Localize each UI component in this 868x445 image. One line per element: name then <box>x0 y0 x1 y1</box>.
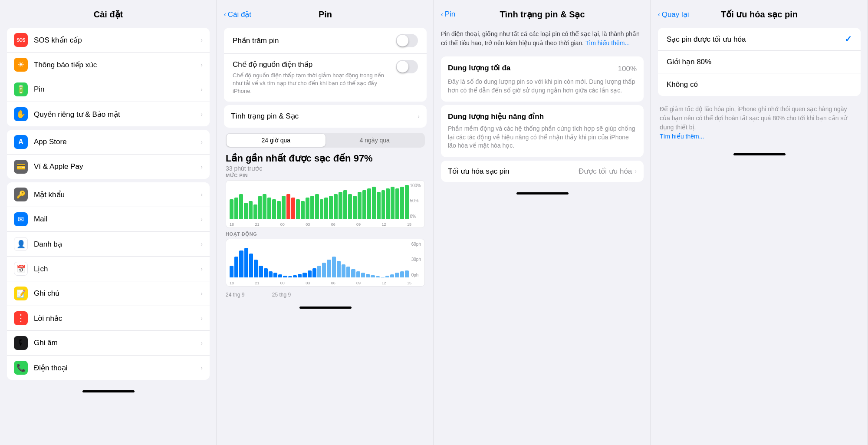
chevron-loinhac: › <box>201 315 203 322</box>
section-group-1: AApp Store›💳Ví & Apple Pay› <box>7 130 210 179</box>
panel3-intro-link[interactable]: Tìm hiểu thêm... <box>585 40 630 46</box>
chart-muc-pin-label: MỨC PIN <box>226 173 425 178</box>
phantram-toggle[interactable] <box>396 34 418 47</box>
row-sos[interactable]: SOSSOS khẩn cấp› <box>7 28 210 53</box>
panel3-header: ‹ Pin Tình trạng pin & Sạc <box>434 0 651 24</box>
recent-charge-time: 33 phút trước <box>226 165 425 172</box>
optimize-desc-link[interactable]: Tìm hiểu thêm... <box>660 133 704 140</box>
bar-muc-pin <box>324 198 328 219</box>
muc-pin-bars <box>230 183 421 219</box>
panel2-back-chevron: ‹ <box>224 11 226 18</box>
label-sos: SOS khẩn cấp <box>34 36 197 45</box>
chedonguon-row[interactable]: Chế độ nguồn điện thấp Chế độ nguồn điện… <box>224 54 427 102</box>
bar-muc-pin <box>386 188 390 219</box>
y-label-60ph: 60ph <box>411 242 421 247</box>
panel1-home-indicator <box>82 390 135 392</box>
bar-muc-pin <box>391 187 395 219</box>
chevron-ghichu: › <box>201 290 203 297</box>
panel4-home-indicator <box>733 153 786 155</box>
row-quyen[interactable]: ✋Quyền riêng tư & Bảo mật› <box>7 102 210 126</box>
tab-4days[interactable]: 4 ngày qua <box>326 134 424 147</box>
bar-hoat-dong <box>376 276 380 277</box>
panel2-header: ‹ Cài đặt Pin <box>217 0 434 24</box>
panel4-title: Tối ưu hóa sạc pin <box>721 9 798 20</box>
chedonguon-label: Chế độ nguồn điện thấp <box>233 60 391 69</box>
bar-hoat-dong <box>371 275 375 277</box>
bar-muc-pin <box>234 198 238 219</box>
row-danhba[interactable]: 👤Danh bạ› <box>7 232 210 257</box>
row-mail[interactable]: ✉Mail› <box>7 207 210 232</box>
bar-hoat-dong <box>351 269 355 277</box>
option-khong-co[interactable]: Không có <box>658 73 861 96</box>
row-appstore[interactable]: AApp Store› <box>7 130 210 155</box>
tab-24h[interactable]: 24 giờ qua <box>227 134 326 147</box>
option-sac-toi-uu[interactable]: Sạc pin được tối ưu hóa ✓ <box>658 28 861 51</box>
option-gioi-han-80-label: Giới hạn 80% <box>667 57 711 66</box>
row-loinhac[interactable]: ⋮Lời nhắc› <box>7 306 210 331</box>
panel3-bottom <box>434 185 651 203</box>
bar-muc-pin <box>381 190 385 219</box>
bar-hoat-dong <box>302 273 306 277</box>
bar-muc-pin <box>343 190 347 219</box>
y-label-0ph: 0ph <box>411 273 421 277</box>
row-thongbao[interactable]: ☀Thông báo tiếp xúc› <box>7 53 210 77</box>
y-label-30ph: 30ph <box>411 257 421 262</box>
bar-hoat-dong <box>249 254 253 277</box>
bar-hoat-dong <box>385 276 389 277</box>
icon-appstore: A <box>14 135 28 149</box>
row-lich[interactable]: 📅Lịch› <box>7 257 210 281</box>
bar-hoat-dong <box>361 273 365 277</box>
panel2-back-label: Cài đặt <box>228 10 251 19</box>
panel3-content: Pin điện thoại, giống như tất cả các loạ… <box>434 24 651 445</box>
toi-uu-row[interactable]: Tối ưu hóa sạc pin Được tối ưu hóa › <box>441 161 644 182</box>
panel4-back-chevron: ‹ <box>658 11 660 18</box>
panel2-content: Phần trăm pin Chế độ nguồn điện thấp Chế… <box>217 24 434 445</box>
bar-muc-pin <box>263 194 266 219</box>
panel2-back-button[interactable]: ‹ Cài đặt <box>224 10 251 19</box>
icon-ghiam: 🎙 <box>14 336 28 350</box>
chevron-appstore: › <box>201 138 203 145</box>
panel4-back-label: Quay lại <box>662 10 689 19</box>
row-ghichu[interactable]: 📝Ghi chú› <box>7 281 210 306</box>
panel3-back-button[interactable]: ‹ Pin <box>441 10 455 19</box>
panel4-back-button[interactable]: ‹ Quay lại <box>658 10 689 19</box>
bar-muc-pin <box>249 201 253 219</box>
panel-cai-dat: Cài đặt SOSSOS khẩn cấp›☀Thông báo tiếp … <box>0 0 217 445</box>
row-vi[interactable]: 💳Ví & Apple Pay› <box>7 155 210 179</box>
row-matkhau[interactable]: 🔑Mật khẩu› <box>7 182 210 207</box>
tinhtrang-row[interactable]: Tình trạng pin & Sạc › <box>224 105 427 128</box>
bar-hoat-dong <box>332 257 336 277</box>
bar-hoat-dong <box>264 268 268 277</box>
bar-muc-pin <box>296 199 300 219</box>
bar-hoat-dong <box>356 271 360 277</box>
bar-muc-pin <box>291 198 295 219</box>
dung-luong-toi-da-value: 100% <box>618 65 637 73</box>
option-gioi-han-80[interactable]: Giới hạn 80% <box>658 51 861 73</box>
label-ghiam: Ghi âm <box>34 339 197 347</box>
chart-hoat-dong-area: HOẠT ĐỘNG 60ph 30ph 0ph 18 21 00 03 06 0… <box>217 231 434 287</box>
bar-muc-pin <box>405 185 409 219</box>
phantram-row[interactable]: Phần trăm pin <box>224 28 427 54</box>
bar-hoat-dong <box>278 274 282 277</box>
bar-muc-pin <box>372 187 376 219</box>
chedonguon-toggle[interactable] <box>396 60 418 73</box>
bar-hoat-dong <box>390 274 394 277</box>
bar-hoat-dong <box>239 251 243 277</box>
label-loinhac: Lời nhắc <box>34 314 197 323</box>
chevron-matkhau: › <box>201 191 203 198</box>
bar-hoat-dong <box>230 266 233 277</box>
row-dienthoai[interactable]: 📞Điện thoại› <box>7 356 210 380</box>
row-ghiam[interactable]: 🎙Ghi âm› <box>7 331 210 356</box>
bar-hoat-dong <box>317 266 321 277</box>
chevron-pin: › <box>201 86 203 93</box>
label-dienthoai: Điện thoại <box>34 363 197 372</box>
panel1-bottom <box>0 383 217 401</box>
icon-ghichu: 📝 <box>14 287 28 300</box>
option-sac-toi-uu-checkmark: ✓ <box>845 34 852 44</box>
bar-muc-pin <box>367 188 371 219</box>
dung-luong-toi-da-card: Dung lượng tối đa 100% Đây là số đo dung… <box>441 56 644 102</box>
row-pin[interactable]: 🔋Pin› <box>7 77 210 102</box>
chart-date-labels: 24 thg 9 25 thg 9 <box>217 290 434 300</box>
panel4-content: Sạc pin được tối ưu hóa ✓ Giới hạn 80% K… <box>651 24 868 445</box>
toi-uu-section: Tối ưu hóa sạc pin Được tối ưu hóa › <box>441 161 644 182</box>
